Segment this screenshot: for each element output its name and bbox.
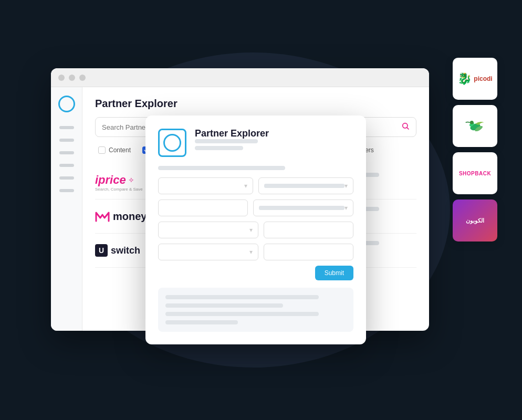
- hummingbird-card[interactable]: [453, 105, 497, 147]
- chevron-down-icon: ▾: [244, 182, 247, 190]
- placeholder-line: [195, 139, 258, 143]
- browser-titlebar: [51, 68, 429, 87]
- modal-dropdown-3[interactable]: ▾: [253, 200, 353, 216]
- titlebar-dot-3: [79, 75, 86, 81]
- svg-line-1: [407, 128, 409, 129]
- titlebar-dot-1: [58, 75, 65, 81]
- modal-submit-row: Submit: [158, 266, 353, 280]
- shopback-card[interactable]: ShopBack: [453, 152, 497, 194]
- chevron-down-icon: ▾: [344, 204, 348, 212]
- submit-button[interactable]: Submit: [315, 266, 353, 280]
- placeholder-line: [165, 295, 319, 299]
- modal-dropdown-5[interactable]: ▾: [158, 244, 258, 260]
- money-m-icon: [95, 211, 110, 222]
- arabic-brand-text: الكوبون: [466, 217, 484, 224]
- shopback-text: ShopBack: [459, 171, 491, 176]
- u-box: U: [95, 244, 108, 257]
- svg-point-4: [470, 121, 474, 124]
- page-title: Partner Explorer: [95, 98, 416, 110]
- tab-content[interactable]: Content: [95, 144, 134, 156]
- sidebar: [51, 87, 82, 331]
- tab-content-checkbox: [98, 146, 106, 154]
- iprice-icon: ✧: [128, 176, 134, 184]
- placeholder-line: [195, 146, 243, 150]
- chevron-down-icon: ▾: [249, 248, 253, 256]
- dropdown-placeholder-bar: [259, 206, 344, 210]
- hummingbird-icon: [462, 113, 488, 139]
- titlebar-dot-2: [69, 75, 75, 81]
- arabic-brand-card[interactable]: الكوبون: [453, 200, 497, 242]
- money-text: money: [113, 211, 147, 223]
- modal-header: Partner Explorer: [158, 128, 353, 158]
- brand-cards: 🐉 picodi ShopBack الكوبون: [453, 58, 497, 242]
- dropdown-placeholder-bar: [264, 184, 344, 188]
- picodi-logo: 🐉 picodi: [457, 72, 492, 86]
- placeholder-line: [158, 166, 285, 170]
- sidebar-bar-1: [59, 126, 74, 129]
- picodi-text: picodi: [474, 75, 492, 82]
- sidebar-bar-6: [59, 189, 74, 192]
- modal-dropdown-4[interactable]: ▾: [158, 222, 258, 238]
- sidebar-bar-5: [59, 176, 74, 180]
- sidebar-bar-2: [59, 139, 74, 142]
- chevron-down-icon: ▾: [344, 182, 348, 190]
- chevron-down-icon: ▾: [249, 226, 253, 234]
- modal-dropdown-2[interactable]: ▾: [258, 177, 353, 194]
- search-icon: [401, 122, 410, 132]
- modal-dropdown-1[interactable]: ▾: [158, 177, 253, 194]
- tab-content-label: Content: [109, 146, 131, 154]
- scene-container: Partner Explorer Content: [25, 26, 497, 394]
- overlay-modal: Partner Explorer ▾ ▾: [145, 116, 366, 344]
- picodi-icon: 🐉: [457, 72, 472, 86]
- placeholder-line: [165, 312, 319, 316]
- modal-title-group: Partner Explorer: [195, 128, 269, 158]
- sidebar-bar-4: [59, 164, 74, 167]
- modal-input-1[interactable]: [158, 200, 248, 216]
- modal-logo-inner: [163, 134, 181, 152]
- sidebar-bar-3: [59, 151, 74, 154]
- modal-input-3[interactable]: [264, 244, 353, 260]
- placeholder-line: [165, 320, 238, 324]
- modal-results: [158, 288, 353, 332]
- modal-input-2[interactable]: [264, 222, 353, 238]
- modal-form-row-1: ▾ ▾: [158, 177, 353, 194]
- iprice-text: iprice: [95, 173, 126, 187]
- modal-form-row-2: ▾: [158, 200, 353, 216]
- modal-form-row-3: ▾: [158, 222, 353, 238]
- picodi-card[interactable]: 🐉 picodi: [453, 58, 497, 100]
- modal-title: Partner Explorer: [195, 128, 269, 139]
- placeholder-line: [165, 303, 283, 308]
- modal-title-placeholder: [195, 139, 269, 150]
- modal-desc-lines: [158, 166, 353, 170]
- sidebar-logo: [58, 96, 75, 112]
- modal-logo-circle: [158, 129, 186, 157]
- modal-form-row-4: ▾: [158, 244, 353, 260]
- uswitch-text: switch: [111, 245, 140, 256]
